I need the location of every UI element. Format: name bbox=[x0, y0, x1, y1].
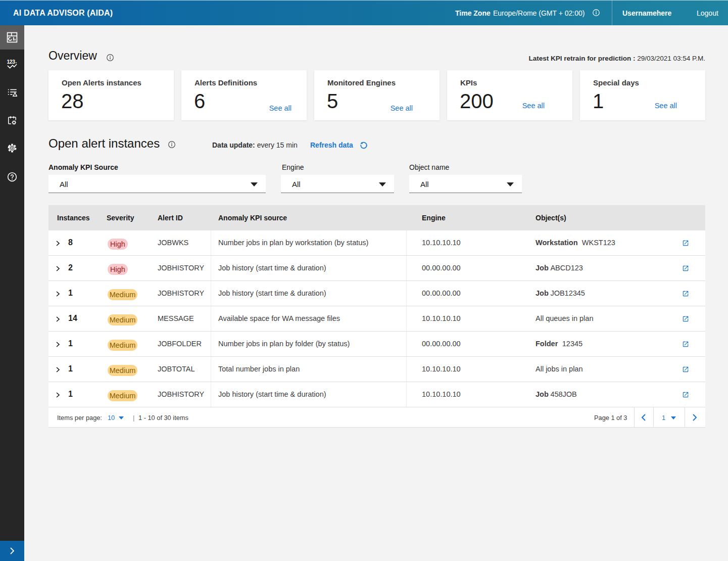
svg-text:123: 123 bbox=[7, 59, 15, 65]
